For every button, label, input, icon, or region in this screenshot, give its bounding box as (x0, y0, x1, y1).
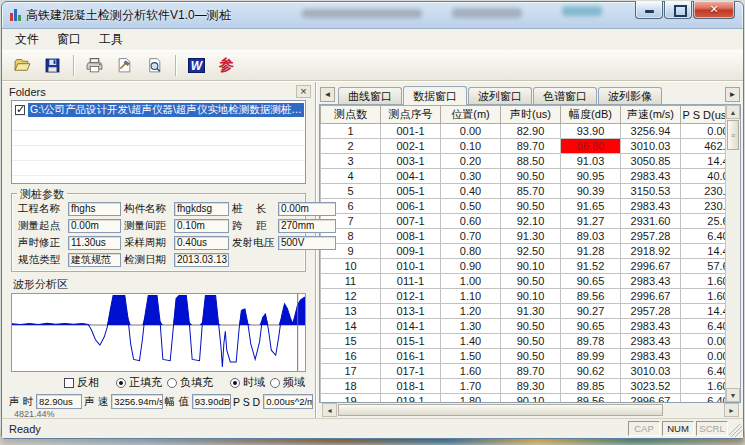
column-header-3[interactable]: 声时(us) (501, 106, 561, 124)
close-button[interactable] (693, 1, 735, 19)
table-row[interactable]: 10010-10.9090.1091.522996.6757.6 (321, 259, 726, 274)
word-report-button[interactable]: W (183, 53, 210, 78)
tab-3[interactable]: 色谱窗口 (533, 87, 597, 104)
table-row[interactable]: 1001-10.0082.9093.903256.940.00 (321, 124, 726, 139)
domain-mode-radio-0[interactable]: 时域 (230, 375, 265, 390)
table-cell: 016-1 (381, 349, 441, 364)
menu-item-2[interactable]: 工具 (90, 28, 132, 51)
table-row[interactable]: 15015-11.4090.5089.782983.430.00 (321, 334, 726, 349)
table-cell: 90.62 (561, 364, 621, 379)
column-header-1[interactable]: 测点序号 (381, 106, 441, 124)
table-row[interactable]: 7007-10.6092.1091.272931.6025.6 (321, 214, 726, 229)
table-row[interactable]: 2002-10.1089.7086.803010.03462.4 (321, 139, 726, 154)
table-cell: 3150.53 (621, 184, 681, 199)
table-cell: 3 (321, 154, 381, 169)
table-row[interactable]: 5005-10.4085.7090.393150.53230.4 (321, 184, 726, 199)
tab-1[interactable]: 数据窗口 (403, 86, 467, 105)
param-field-1[interactable]: fhgkdsg (174, 202, 229, 216)
table-row[interactable]: 3003-10.2088.5091.033050.8514.4 (321, 154, 726, 169)
readout-field-3[interactable]: 0.00us^2/m (263, 394, 313, 409)
column-header-5[interactable]: 声速(m/s) (621, 106, 681, 124)
table-row[interactable]: 6006-10.5090.5091.652983.43230.4 (321, 199, 726, 214)
param-field-6[interactable]: 11.30us (68, 236, 121, 250)
menu-item-1[interactable]: 窗口 (48, 28, 90, 51)
scroll-up-icon[interactable]: ▲ (726, 105, 740, 119)
domain-mode-radio-1[interactable]: 频域 (270, 375, 305, 390)
table-cell: 1.60 (681, 379, 726, 394)
scroll-left-icon[interactable]: ◄ (322, 403, 337, 417)
column-header-6[interactable]: P S D(us^2/m) (681, 106, 726, 124)
param-field-9[interactable]: 建筑规范 (68, 253, 121, 267)
table-row[interactable]: 12012-11.1090.1089.562996.671.60 (321, 289, 726, 304)
scroll-down-icon[interactable]: ▼ (726, 388, 740, 402)
table-cell: 6.40 (681, 229, 726, 244)
print-preview-button[interactable] (141, 53, 168, 78)
horizontal-scrollbar[interactable]: ◄ ► (322, 403, 739, 417)
resize-grip-icon[interactable] (729, 424, 742, 437)
save-file-button[interactable] (39, 53, 66, 78)
table-cell: 12 (321, 289, 381, 304)
fill-mode-radio-1[interactable]: 负填充 (167, 375, 213, 390)
column-header-2[interactable]: 位置(m) (441, 106, 501, 124)
invert-phase-checkbox[interactable]: 反相 (64, 375, 99, 390)
table-row[interactable]: 13013-11.2091.3090.272957.2814.4 (321, 304, 726, 319)
folders-list[interactable]: G:\公司产品设计开发\超声仪器\超声仪实地检测数据测桩qd\qd03\qd03… (11, 100, 306, 184)
param-field-2[interactable]: 0.00m (278, 202, 336, 216)
scrollbar-thumb[interactable]: ≡ (727, 120, 739, 150)
tab-0[interactable]: 曲线窗口 (338, 87, 402, 104)
table-row[interactable]: 9009-10.8092.5091.282918.9214.4 (321, 244, 726, 259)
table-cell: 0.00 (441, 124, 501, 139)
param-field-10[interactable]: 2013.03.13 (174, 253, 229, 267)
hscrollbar-track[interactable] (664, 403, 724, 417)
table-cell: 14.4 (681, 154, 726, 169)
param-field-7[interactable]: 0.40us (174, 236, 229, 250)
hscrollbar-thumb[interactable] (338, 404, 663, 416)
process-data-button[interactable] (111, 53, 138, 78)
maximize-button[interactable] (664, 1, 692, 19)
radio-icon[interactable] (270, 378, 280, 388)
table-row[interactable]: 17017-11.6089.7090.623010.036.40 (321, 364, 726, 379)
table-row[interactable]: 4004-10.3090.5090.952983.4340.0 (321, 169, 726, 184)
tab-scroll-right-button[interactable]: ► (725, 87, 740, 102)
menu-item-0[interactable]: 文件 (6, 28, 48, 51)
vertical-scrollbar[interactable]: ▲ ≡ ▼ (725, 105, 740, 402)
folder-list-item[interactable]: G:\公司产品设计开发\超声仪器\超声仪实地检测数据测桩qd\qd03\qd03… (13, 103, 304, 117)
fill-mode-radio-0[interactable]: 正填充 (116, 375, 162, 390)
table-row[interactable]: 16016-11.5090.5089.992983.430.00 (321, 349, 726, 364)
radio-icon[interactable] (167, 378, 177, 388)
tab-scroll-left-button[interactable]: ◄ (320, 87, 335, 102)
scroll-right-icon[interactable]: ► (724, 403, 739, 417)
param-field-0[interactable]: fhghs (68, 202, 121, 216)
table-row[interactable]: 8008-10.7091.3089.032957.286.40 (321, 229, 726, 244)
table-row[interactable]: 18018-11.7089.3089.853023.521.60 (321, 379, 726, 394)
readout-field-1[interactable]: 3256.94m/s (111, 394, 163, 409)
checkbox-icon[interactable] (15, 105, 25, 115)
param-field-8[interactable]: 500V (278, 236, 336, 250)
open-file-button[interactable] (9, 53, 36, 78)
readout-field-2[interactable]: 93.90dB (192, 394, 231, 409)
minimize-button[interactable] (635, 1, 663, 19)
checkbox-icon[interactable] (64, 378, 74, 388)
radio-icon[interactable] (230, 378, 240, 388)
tab-2[interactable]: 波列窗口 (468, 87, 532, 104)
param-field-3[interactable]: 0.00m (68, 219, 121, 233)
param-field-5[interactable]: 270mm (278, 219, 336, 233)
window-title: 高铁建混凝土检测分析软件V1.0—测桩 (26, 7, 231, 24)
panel-close-button[interactable]: × (296, 85, 311, 98)
column-header-4[interactable]: 幅度(dB) (561, 106, 621, 124)
reference-params-button[interactable]: 参 (213, 53, 240, 78)
radio-icon[interactable] (116, 378, 126, 388)
readout-field-0[interactable]: 82.90us (36, 394, 82, 409)
table-cell: 90.27 (561, 304, 621, 319)
title-bar[interactable]: 高铁建混凝土检测分析软件V1.0—测桩 (2, 2, 743, 28)
waveform-plot[interactable] (11, 293, 306, 373)
print-button[interactable] (81, 53, 108, 78)
param-field-4[interactable]: 0.10m (174, 219, 229, 233)
table-header-row: 测点数测点序号位置(m)声时(us)幅度(dB)声速(m/s)P S D(us^… (321, 106, 726, 124)
scrollbar-track[interactable] (726, 151, 740, 388)
table-row[interactable]: 14014-11.3090.5090.652983.436.40 (321, 319, 726, 334)
column-header-0[interactable]: 测点数 (321, 106, 381, 124)
tab-4[interactable]: 波列影像 (598, 87, 662, 104)
table-row[interactable]: 11011-11.0090.5090.652983.431.60 (321, 274, 726, 289)
table-row[interactable]: 19019-11.8090.1089.562996.676.40 (321, 394, 726, 403)
